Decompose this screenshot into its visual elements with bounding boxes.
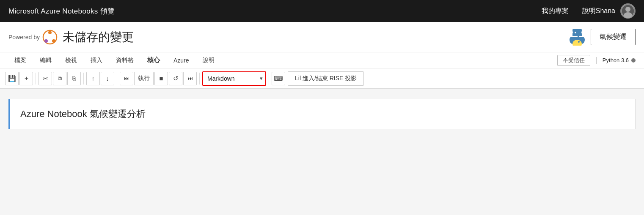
menubar-right: 不受信任 | Python 3.6 [557,55,636,66]
run-prev-button[interactable]: ⏭ [120,72,133,85]
svg-point-6 [44,39,48,43]
jupyter-logo-icon [42,30,58,45]
separator: | [595,56,597,65]
menubar: 檔案 編輯 檢視 插入 資料格 核心 Azure 說明 不受信任 | Pytho… [0,52,644,68]
menu-kernel[interactable]: 核心 [141,54,166,66]
stop-button[interactable]: ■ [154,72,168,85]
menu-help[interactable]: 說明 [197,55,220,66]
save-button[interactable]: 💾 [5,72,19,85]
svg-point-10 [578,41,580,43]
kernel-status: Python 3.6 [603,57,636,63]
menu-view[interactable]: 檢視 [59,55,83,66]
notebook-cell[interactable]: Azure Notebook 氣候變遷分析 [8,99,636,129]
svg-point-9 [575,32,576,33]
toolbar: 💾 ＋ ✂ ⧉ ⎘ ↑ ↓ ⏭ 執行 ■ ↺ ⏭ Markdown Code R… [0,68,644,89]
brand-title: Microsoft Azure Notebooks 預覽 [8,6,542,16]
move-up-button[interactable]: ↑ [86,72,100,85]
powered-by: Powered by [8,30,58,45]
rise-button[interactable]: Lil 進入/結束 RISE 投影 [288,71,364,86]
topnav-myprojects[interactable]: 我的專案 [542,7,569,16]
top-navigation: Microsoft Azure Notebooks 預覽 我的專案 說明 Sha… [0,0,644,22]
restart-button[interactable]: ↺ [169,72,182,85]
toolbar-separator-1 [36,73,36,84]
svg-point-4 [48,31,52,34]
topnav-username: Shana [596,7,615,15]
cut-button[interactable]: ✂ [39,72,52,85]
toolbar-separator-5 [269,73,269,84]
notebook-title: 未儲存的變更 [63,29,569,45]
python-logo-icon [569,29,586,46]
toolbar-separator-3 [117,73,117,84]
svg-point-5 [52,39,55,43]
run-button[interactable]: 執行 [134,72,154,85]
cell-area: Azure Notebook 氣候變遷分析 [0,89,644,143]
menu-cell[interactable]: 資料格 [110,55,140,66]
kernel-name: Python 3.6 [603,57,629,63]
menu-file[interactable]: 檔案 [8,55,32,66]
keyboard-shortcut-button[interactable]: ⌨ [272,72,285,85]
paste-button[interactable]: ⎘ [67,72,81,85]
topnav-help[interactable]: 說明 [582,7,596,16]
cell-type-select[interactable]: Markdown Code Raw NBConvert Heading [202,71,266,86]
toolbar-separator-2 [83,73,84,84]
subheader-right: 氣候變遷 [569,29,636,46]
cell-type-dropdown[interactable]: Markdown Code Raw NBConvert Heading ▾ [202,71,266,86]
copy-button[interactable]: ⧉ [53,72,66,85]
add-cell-button[interactable]: ＋ [19,72,33,85]
toolbar-separator-4 [199,73,200,84]
restart-run-button[interactable]: ⏭ [183,72,197,85]
svg-point-1 [625,7,630,12]
kernel-status-dot [631,58,636,63]
kernel-button[interactable]: 氣候變遷 [591,29,636,45]
menu-edit[interactable]: 編輯 [34,55,58,66]
trust-button[interactable]: 不受信任 [557,55,590,66]
avatar[interactable] [620,3,636,19]
move-down-button[interactable]: ↓ [101,72,114,85]
menu-insert[interactable]: 插入 [85,55,108,66]
subheader: Powered by 未儲存的變更 氣候變遷 [0,22,644,52]
cell-content[interactable]: Azure Notebook 氣候變遷分析 [10,99,635,129]
menu-azure[interactable]: Azure [168,55,195,65]
topnav-right: Shana [596,3,636,19]
powered-by-label: Powered by [8,34,40,41]
topnav-links: 我的專案 說明 [542,7,596,16]
